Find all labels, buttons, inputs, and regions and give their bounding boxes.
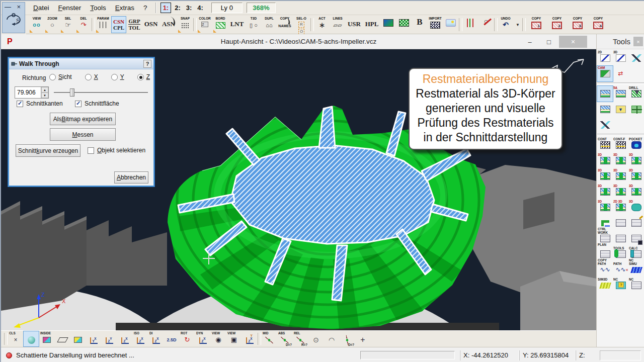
tb-copy-3[interactable]: COPY 3 [568, 16, 588, 33]
bb-shaded[interactable] [24, 331, 39, 346]
tb-csn-cpl[interactable]: CSN CPL [111, 16, 126, 33]
bb-snap-axis[interactable]: + [355, 331, 370, 346]
slider-thumb[interactable] [70, 88, 74, 97]
tool-3d-2[interactable]: 3D [613, 153, 628, 168]
tool-sim3d[interactable]: SIM3D [597, 278, 613, 293]
bb-view-show[interactable]: VIEW ◉ [211, 331, 226, 346]
help-button[interactable]: ? [143, 60, 151, 68]
tb-select[interactable]: SEL ☞ [60, 16, 75, 33]
schnittkurve-button[interactable]: Schnittkurve erzeugen [16, 144, 80, 157]
bb-view-zy[interactable]: Z Y [102, 331, 117, 346]
layer-selector[interactable]: Ly 0 [211, 3, 243, 13]
spin-down-icon[interactable]: ▼ [41, 93, 48, 98]
bb-25d[interactable]: 2.5D [164, 331, 179, 346]
tool-ctrl[interactable]: CTRL [597, 215, 613, 231]
spin-up-icon[interactable]: ▲ [41, 87, 48, 93]
tb-view[interactable]: VIEW oo [29, 16, 44, 33]
tb-swatch-pattern[interactable] [396, 16, 412, 33]
tool-path[interactable]: PATH [597, 262, 613, 278]
messen-button[interactable]: Messen [50, 128, 116, 141]
export-bitmap-button[interactable]: Als Bitmap exportieren [50, 113, 116, 125]
bb-snap-mid[interactable]: MID [262, 331, 277, 346]
tool-tools-list[interactable]: TOOLS [613, 246, 628, 262]
radio-y[interactable]: Y [111, 73, 124, 80]
tool-2d-3d[interactable]: 2D 3D [613, 200, 628, 215]
tool-3d-6[interactable]: 3D [628, 168, 644, 184]
tb-duplicate[interactable]: DUPL ⌂⌂ [262, 16, 277, 33]
tool-nc-list[interactable]: NC [628, 278, 644, 293]
tool-contour[interactable]: CONT [597, 137, 613, 153]
rotate-s-icon[interactable]: S [4, 12, 23, 29]
app-window-controls[interactable]: — × S [2, 2, 25, 33]
bb-snap-rel[interactable]: REL R=? [293, 331, 308, 346]
tb-zoom[interactable]: ZOOM ○ [45, 16, 60, 33]
tool-center[interactable] [628, 102, 644, 117]
tb-delete[interactable]: DEL ↷ [76, 16, 91, 33]
tb-osn[interactable]: OSN [142, 16, 159, 33]
radio-sicht[interactable]: Sicht [49, 73, 72, 80]
bb-view-save[interactable]: VIEW ▣ [226, 331, 242, 346]
radio-x[interactable]: X [85, 73, 98, 80]
position-spinbox[interactable]: 79.906 ▲ ▼ [15, 86, 49, 99]
tb-copy-names[interactable]: COPY NAMES [277, 16, 292, 33]
tool-calc-nc[interactable]: CALC NC [628, 246, 644, 262]
tool-copy[interactable]: COPY [597, 246, 613, 262]
bb-view-zx[interactable]: Z X [117, 331, 132, 346]
tool-workplan[interactable]: WORK PLAN [597, 231, 613, 246]
tb-grp-tol[interactable]: GRP TOL [127, 16, 142, 33]
minimize-button[interactable]: – [521, 36, 539, 48]
tool-3d-10[interactable]: 3D [597, 200, 613, 215]
tool-mill-5ax[interactable]: 5A [613, 86, 628, 102]
tool-construct-2[interactable] [597, 117, 613, 133]
dialog-titlebar[interactable]: Walk Through ? [9, 58, 153, 69]
tb-bold[interactable]: B [412, 16, 427, 33]
tb-t3d[interactable]: T3D ▯ ○ [246, 16, 261, 33]
tb-act[interactable]: ACT ∗ [314, 16, 330, 33]
tb-undo[interactable]: UNDO ↶ [498, 16, 513, 33]
tb-sel-o[interactable]: SEL-O R O [293, 16, 310, 33]
tool-3d-8[interactable]: 3D [613, 184, 628, 200]
bb-view-iso[interactable]: ISO Z X [133, 331, 148, 346]
tool-transform[interactable] [613, 66, 628, 81]
tb-line-colors[interactable] [463, 16, 478, 33]
maximize-button[interactable]: □ [540, 36, 558, 48]
tool-cam[interactable]: CAM [597, 66, 613, 81]
tb-zoom-off[interactable]: ○ [478, 16, 494, 33]
bb-cls[interactable]: CLS × [8, 331, 23, 346]
tool-sheets-2[interactable] [613, 231, 628, 246]
view-slot-4[interactable]: 4: [195, 3, 205, 13]
tool-pocket[interactable]: POCKET [628, 137, 644, 153]
tb-image[interactable] [443, 16, 458, 33]
tb-hpl[interactable]: HPL [363, 16, 380, 33]
bb-inside[interactable]: INSIDE [39, 331, 54, 346]
tool-2d-design[interactable]: 2D [597, 50, 613, 66]
tool-3d-4[interactable]: 3D [597, 168, 613, 184]
tool-3d-7[interactable]: 3D [597, 184, 613, 200]
tb-swatch-gradient[interactable] [381, 16, 396, 33]
tb-border[interactable]: BORD [213, 16, 228, 33]
tb-copy-1[interactable]: COPY 1 [526, 16, 546, 33]
tb-snap[interactable]: SNAP [178, 16, 193, 33]
tool-contour-f[interactable]: CONT-F [613, 137, 628, 153]
menu-extras[interactable]: Extras [111, 3, 138, 13]
viewport-3d[interactable]: Z X Walk Through [1, 49, 596, 330]
zoom-level[interactable]: 368% [247, 3, 276, 13]
tb-import[interactable]: IMPORT [428, 16, 443, 33]
tool-sheet-edit[interactable] [628, 215, 644, 231]
tb-linetype[interactable]: LNT [228, 16, 246, 33]
menu-help[interactable]: ? [139, 3, 151, 13]
tool-3d-design[interactable]: 3D [613, 50, 628, 66]
tb-lines[interactable]: LINES ▱▱ [330, 16, 345, 33]
document-titlebar[interactable]: P Haupt-Ansicht - C:\Videos\CAM-5-achs-I… [1, 34, 596, 49]
tool-mill-contour[interactable] [597, 102, 613, 117]
tool-3d-9[interactable]: 3D [628, 184, 644, 200]
tool-probe[interactable] [613, 102, 628, 117]
tools-panel-close-icon[interactable]: × [633, 37, 643, 46]
bb-view-di[interactable]: DI Z X [148, 331, 164, 346]
close-button[interactable]: × [559, 36, 587, 48]
tool-sheets-1[interactable] [613, 215, 628, 231]
tb-color[interactable]: COLOR 2 [197, 16, 212, 33]
abbrechen-button[interactable]: Abbrechen [114, 171, 148, 184]
position-slider[interactable] [54, 87, 148, 98]
view-slot-2[interactable]: 2: [173, 3, 183, 13]
